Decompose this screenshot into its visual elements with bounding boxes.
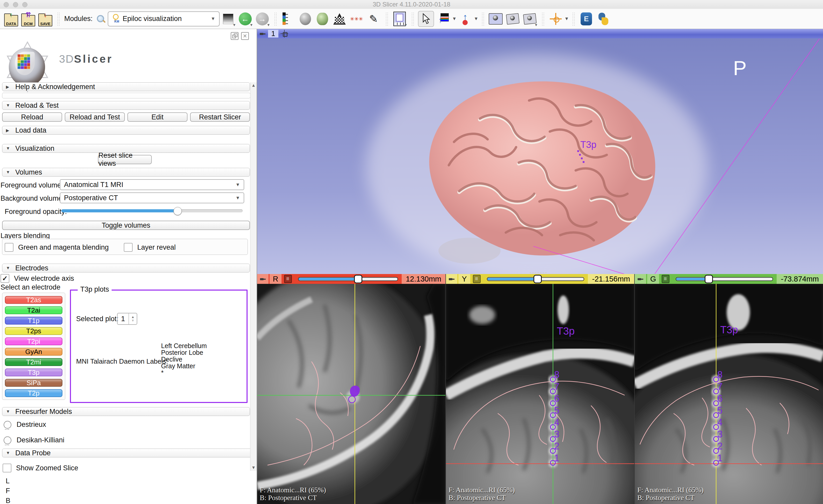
slice-view-green[interactable]: G -73.874mm bbox=[635, 274, 823, 504]
slice-slider-handle[interactable] bbox=[705, 275, 713, 283]
load-data-button[interactable]: ↑ DATA bbox=[4, 11, 19, 26]
3d-viewport[interactable]: T3p P bbox=[257, 38, 823, 274]
mouse-interaction-button[interactable] bbox=[418, 11, 434, 27]
section-load-data[interactable]: ▶ Load data bbox=[2, 126, 250, 135]
chevron-down-icon[interactable]: ▼ bbox=[452, 16, 457, 21]
foreground-volume-selector[interactable]: Anatomical T1 MRI ▼ bbox=[60, 179, 244, 190]
view-electrode-axis-checkbox[interactable]: ✓ View electrode axis bbox=[1, 274, 74, 283]
window-level-button[interactable]: ↑ bbox=[436, 11, 451, 26]
electrode-button-SiPa[interactable]: SiPa bbox=[5, 379, 62, 387]
yellow-slice-viewport[interactable]: T3p 87654321 F: Anatomic...RI (65%) B: P… bbox=[446, 284, 634, 504]
dicom-button[interactable]: ⇈ DCM bbox=[21, 11, 36, 26]
orientation-label-posterior: P bbox=[733, 56, 747, 80]
save-button[interactable]: ↓ SAVE bbox=[38, 11, 53, 26]
slice-view-red[interactable]: R 12.130mm bbox=[257, 274, 446, 504]
close-panel-icon[interactable]: ✕ bbox=[241, 32, 249, 40]
layout-selector-button[interactable]: ▼ bbox=[392, 11, 407, 26]
models-module-button[interactable] bbox=[298, 11, 313, 26]
freesurfer-model-desikan[interactable]: Desikan-Killiani bbox=[4, 436, 64, 444]
spin-up-icon[interactable]: ▲ bbox=[131, 315, 135, 319]
slice-visibility-icon[interactable] bbox=[473, 275, 481, 283]
electrode-contact-1: 1 bbox=[713, 457, 731, 469]
show-zoomed-slice-checkbox[interactable]: Show Zoomed Slice bbox=[3, 464, 78, 472]
slice-letter-badge: R bbox=[270, 274, 282, 284]
3d-view[interactable]: 1 bbox=[257, 29, 823, 274]
pin-icon[interactable] bbox=[448, 276, 455, 282]
slice-offset-slider[interactable] bbox=[487, 274, 584, 284]
pin-icon[interactable] bbox=[259, 30, 266, 37]
selected-plot-spinbox[interactable]: 1 ▲ ▼ bbox=[117, 313, 137, 325]
module-forward-button[interactable]: → ▼ bbox=[255, 11, 270, 26]
mni-labels-value: Left Cerebellum Posterior Lobe Declive G… bbox=[161, 342, 207, 376]
slice-offset-slider[interactable] bbox=[298, 274, 398, 284]
slice-view-yellow[interactable]: Y -21.156mm bbox=[446, 274, 634, 504]
green-magenta-checkbox[interactable]: Green and magenta blending bbox=[5, 243, 109, 252]
electrode-button-T2as[interactable]: T2as bbox=[5, 296, 62, 304]
volume-rendering-button[interactable] bbox=[315, 11, 330, 26]
background-volume-selector[interactable]: Postoperative CT ▼ bbox=[60, 192, 244, 203]
section-help-acknowledgement[interactable]: ▶ Help & Acknowledgement bbox=[2, 82, 250, 91]
pin-icon[interactable] bbox=[637, 276, 644, 282]
slice-offset-slider[interactable] bbox=[676, 274, 773, 284]
green-slice-viewport[interactable]: T3p 87654321 F: Anatomic...RI (65%) B: P… bbox=[635, 284, 823, 504]
place-fiducial-button[interactable]: ↑ bbox=[458, 11, 473, 26]
electrode-button-T2p[interactable]: T2p bbox=[5, 389, 62, 397]
scene-view-capture-button[interactable] bbox=[505, 11, 520, 26]
section-data-probe[interactable]: ▼ Data Probe bbox=[2, 449, 254, 457]
section-volumes[interactable]: ▼ Volumes bbox=[2, 168, 250, 177]
restart-slicer-button[interactable]: Restart Slicer bbox=[190, 113, 250, 122]
electrode-button-T2pi[interactable]: T2pi bbox=[5, 337, 62, 345]
view-crosshair-icon[interactable] bbox=[281, 30, 288, 37]
section-electrodes[interactable]: ▼ Electrodes bbox=[2, 264, 250, 273]
slice-slider-handle[interactable] bbox=[354, 275, 362, 283]
undock-panel-icon[interactable] bbox=[231, 32, 238, 40]
crop-volume-button[interactable] bbox=[332, 11, 347, 26]
python-console-button[interactable] bbox=[596, 11, 611, 26]
toggle-volumes-button[interactable]: Toggle volumes bbox=[2, 221, 250, 230]
splitter-handle-icon[interactable] bbox=[529, 272, 547, 274]
chevron-down-icon: ▼ bbox=[267, 23, 270, 27]
crosshair-button[interactable] bbox=[548, 11, 563, 26]
chevron-down-icon[interactable]: ▼ bbox=[564, 16, 569, 21]
module-selector[interactable]: KM Epiloc visualization ▼ bbox=[108, 11, 219, 26]
module-back-button[interactable]: ← ▼ bbox=[238, 11, 253, 26]
electrode-button-GyAn[interactable]: GyAn bbox=[5, 348, 62, 356]
foreground-opacity-slider[interactable] bbox=[61, 207, 242, 214]
screenshot-button[interactable] bbox=[488, 11, 503, 26]
module-history-button[interactable]: ▼ bbox=[221, 11, 236, 26]
layer-reveal-checkbox[interactable]: Layer reveal bbox=[124, 243, 176, 252]
red-slice-viewport[interactable]: F: Anatomic...RI (65%) B: Postoperative … bbox=[257, 284, 446, 504]
panel-scrollbar[interactable]: ▲ ▼ bbox=[250, 82, 257, 471]
slice-visibility-icon[interactable] bbox=[662, 275, 669, 283]
slice-visibility-icon[interactable] bbox=[284, 275, 292, 283]
scroll-down-icon[interactable]: ▼ bbox=[251, 465, 257, 470]
green-slice-controller-bar: G -73.874mm bbox=[635, 274, 823, 284]
reset-slice-views-button[interactable]: Reset slice views bbox=[98, 155, 152, 164]
reload-and-test-button[interactable]: Reload and Test bbox=[65, 113, 125, 122]
electrode-button-T2ai[interactable]: T2ai bbox=[5, 306, 62, 314]
spin-down-icon[interactable]: ▼ bbox=[131, 319, 135, 322]
edit-button[interactable]: Edit bbox=[127, 113, 187, 122]
section-reload-test[interactable]: ▼ Reload & Test bbox=[2, 101, 250, 110]
module-search-icon[interactable] bbox=[96, 14, 105, 23]
electrode-button-T3p[interactable]: T3p bbox=[5, 368, 62, 376]
main-toolbar: ↑ DATA ⇈ DCM ↓ SAVE Modules: KM Epiloc v… bbox=[0, 9, 823, 29]
extensions-manager-button[interactable]: E bbox=[579, 11, 594, 26]
reload-button[interactable]: Reload bbox=[2, 113, 62, 122]
electrode-button-T2ps[interactable]: T2ps bbox=[5, 327, 62, 335]
annotations-button[interactable]: ✎ bbox=[366, 11, 381, 26]
section-freesurfer-models[interactable]: ▼ Freesurfer Models bbox=[2, 407, 250, 416]
visibility-eye-icon[interactable] bbox=[4, 437, 11, 444]
foreground-opacity-handle[interactable] bbox=[173, 207, 182, 215]
freesurfer-model-destrieux[interactable]: Destrieux bbox=[4, 421, 46, 429]
electrode-button-T1p[interactable]: T1p bbox=[5, 317, 62, 325]
scroll-up-icon[interactable]: ▲ bbox=[251, 83, 257, 88]
visibility-eye-icon[interactable] bbox=[4, 421, 11, 429]
subject-hierarchy-button[interactable] bbox=[281, 11, 296, 26]
pin-icon[interactable] bbox=[260, 276, 266, 282]
chevron-down-icon[interactable]: ▼ bbox=[474, 16, 478, 21]
electrode-button-T2mi[interactable]: T2mi bbox=[5, 358, 62, 366]
scene-view-restore-button[interactable]: ▼ bbox=[522, 11, 537, 26]
slice-slider-handle[interactable] bbox=[533, 275, 542, 283]
markups-module-button[interactable]: ✳✳✳ bbox=[349, 11, 364, 26]
